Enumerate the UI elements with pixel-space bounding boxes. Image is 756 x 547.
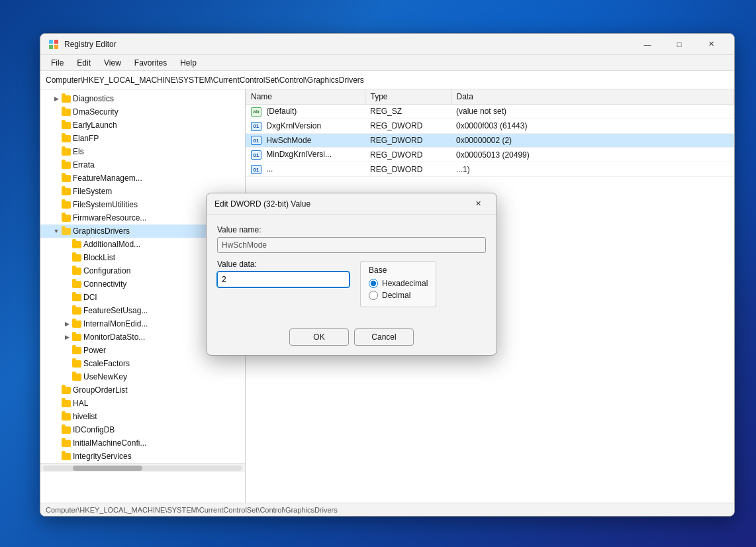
close-button[interactable]: ✕ — [696, 34, 726, 55]
svg-rect-2 — [49, 45, 53, 49]
folder-icon — [72, 294, 81, 301]
collapse-icon: ▼ — [51, 226, 62, 236]
spacer-icon — [62, 292, 72, 303]
tree-label: hivelist — [73, 412, 97, 421]
folder-icon — [72, 254, 81, 262]
table-row[interactable]: 01 ... REG_DWORD ...1) — [246, 162, 734, 177]
value-data-base-row: Value data: Base Hexadecimal — [217, 260, 486, 307]
folder-icon — [62, 175, 71, 182]
tree-label: DmaSecurity — [73, 107, 118, 117]
menu-help[interactable]: Help — [175, 57, 202, 69]
tree-label: ScaleFactors — [83, 359, 130, 368]
reg-name: 01 ... — [246, 162, 365, 177]
folder-icon — [72, 347, 81, 354]
tree-item-dmasecurity[interactable]: DmaSecurity — [40, 105, 245, 119]
tree-item-idconfigdb[interactable]: IDConfigDB — [40, 423, 245, 436]
menu-favorites[interactable]: Favorites — [129, 57, 172, 69]
col-type[interactable]: Type — [365, 89, 451, 105]
tree-item-usenewkey[interactable]: UseNewKey — [40, 370, 245, 383]
reg-data: ...1) — [451, 162, 734, 177]
spacer-icon — [51, 133, 62, 144]
reg-type: REG_DWORD — [365, 162, 451, 177]
menu-edit[interactable]: Edit — [71, 57, 96, 69]
base-group: Base Hexadecimal Decimal — [360, 260, 436, 307]
spacer-icon — [62, 305, 72, 316]
spacer-icon — [51, 385, 62, 395]
hex-label[interactable]: Hexadecimal — [382, 279, 428, 288]
tree-item-elanfp[interactable]: ElanFP — [40, 132, 245, 145]
folder-icon — [72, 241, 81, 248]
radio-decimal[interactable] — [369, 291, 378, 300]
spacer-icon — [62, 239, 72, 250]
expand-icon: ▶ — [62, 319, 72, 329]
tree-item-grouporderlist[interactable]: GroupOrderList — [40, 383, 245, 397]
folder-icon — [72, 268, 81, 275]
reg-dword-icon: 01 — [251, 165, 261, 174]
address-bar[interactable]: Computer\HKEY_LOCAL_MACHINE\SYSTEM\Curre… — [40, 71, 734, 89]
tree-item-initialmachineconfig[interactable]: InitialMachineConfi... — [40, 436, 245, 450]
folder-icon — [72, 360, 81, 368]
tree-label: EarlyLaunch — [73, 121, 117, 130]
tree-item-els[interactable]: Els — [40, 145, 245, 158]
tree-label: BlockList — [83, 253, 115, 262]
value-data-input[interactable] — [217, 272, 350, 287]
base-legend: Base — [369, 266, 428, 275]
cancel-button[interactable]: Cancel — [354, 328, 414, 346]
spacer-icon — [51, 411, 62, 422]
tree-label: Diagnostics — [73, 94, 114, 103]
tree-item-scalefactors[interactable]: ScaleFactors — [40, 357, 245, 370]
value-name-input[interactable] — [217, 237, 486, 253]
tree-item-hal[interactable]: HAL — [40, 397, 245, 410]
table-row-hwschmode[interactable]: 01 HwSchMode REG_DWORD 0x00000002 (2) — [246, 133, 734, 148]
expand-icon: ▶ — [51, 93, 62, 104]
title-bar: Registry Editor — □ ✕ — [40, 34, 734, 55]
tree-item-errata[interactable]: Errata — [40, 158, 245, 172]
dialog-close-button[interactable]: ✕ — [467, 195, 489, 213]
table-row[interactable]: 01 MinDxgKrnlVersi... REG_DWORD 0x000050… — [246, 148, 734, 162]
minimize-button[interactable]: — — [632, 34, 663, 55]
ok-button[interactable]: OK — [289, 328, 349, 346]
reg-data: 0x0000f003 (61443) — [451, 119, 734, 133]
radio-dec-row: Decimal — [369, 291, 428, 300]
value-name-label: Value name: — [217, 225, 486, 234]
tree-label: FeatureSetUsag... — [83, 306, 148, 315]
registry-table: Name Type Data ab (Default) REG_SZ (valu… — [246, 89, 734, 177]
tree-label: InitialMachineConfi... — [73, 438, 146, 448]
tree-label: Power — [83, 346, 106, 355]
folder-icon — [72, 373, 81, 381]
reg-name-text: DxgKrnlVersion — [266, 121, 321, 130]
registry-editor-window: Registry Editor — □ ✕ File Edit View Fav… — [40, 33, 735, 517]
radio-hexadecimal[interactable] — [369, 279, 378, 288]
folder-icon — [62, 109, 71, 116]
maximize-button[interactable]: □ — [664, 34, 694, 55]
tree-label: Errata — [73, 160, 95, 170]
tree-item-hivelist[interactable]: hivelist — [40, 410, 245, 423]
folder-icon — [62, 426, 71, 434]
address-text: Computer\HKEY_LOCAL_MACHINE\SYSTEM\Curre… — [46, 75, 364, 85]
col-data[interactable]: Data — [451, 89, 734, 105]
table-row[interactable]: ab (Default) REG_SZ (value not set) — [246, 105, 734, 119]
spacer-icon — [51, 146, 62, 157]
tree-label: AdditionalMod... — [83, 240, 140, 249]
spacer-icon — [51, 451, 62, 462]
tree-label: UseNewKey — [83, 372, 127, 381]
tree-label: MonitorDataSto... — [83, 332, 145, 342]
tree-item-featuremanagement[interactable]: FeatureManagem... — [40, 172, 245, 185]
menu-file[interactable]: File — [46, 57, 69, 69]
menu-view[interactable]: View — [99, 57, 126, 69]
tree-item-diagnostics[interactable]: ▶ Diagnostics — [40, 92, 245, 105]
reg-type: REG_SZ — [365, 105, 451, 119]
reg-type: REG_DWORD — [365, 133, 451, 148]
tree-item-earlylaunch[interactable]: EarlyLaunch — [40, 119, 245, 132]
tree-item-integrityservices[interactable]: IntegrityServices — [40, 450, 245, 463]
folder-icon — [62, 215, 71, 222]
table-row[interactable]: 01 DxgKrnlVersion REG_DWORD 0x0000f003 (… — [246, 119, 734, 133]
dec-label[interactable]: Decimal — [382, 291, 410, 300]
folder-icon — [62, 387, 71, 394]
col-name[interactable]: Name — [246, 89, 365, 105]
folder-icon — [72, 321, 81, 328]
svg-rect-1 — [54, 40, 58, 44]
folder-icon — [62, 440, 71, 447]
reg-data: 0x00000002 (2) — [451, 133, 734, 148]
reg-data: (value not set) — [451, 105, 734, 119]
